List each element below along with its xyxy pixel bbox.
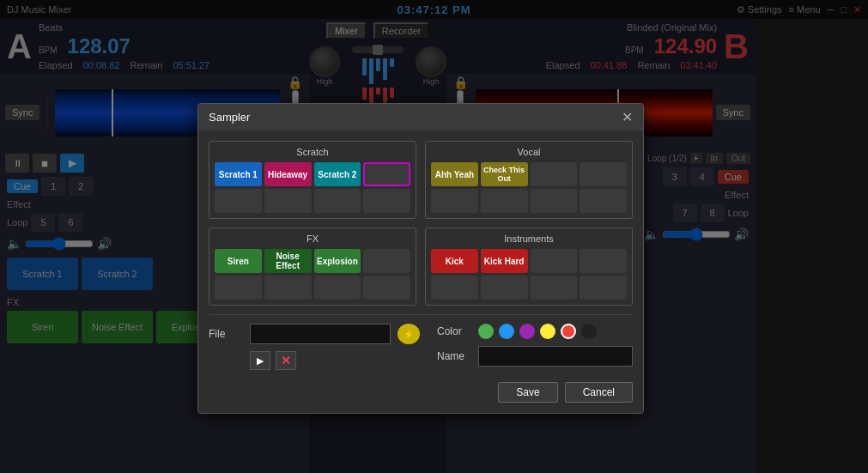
inst8-sample-pad[interactable] [580,276,627,300]
inst4-sample-pad[interactable] [580,249,627,273]
sampler-top-grid: Scratch Scratch 1 Hideaway Scratch 2 Vo [209,141,633,219]
siren-sample-pad[interactable]: Siren [215,249,262,273]
inst6-sample-pad[interactable] [481,276,528,300]
cancel-button[interactable]: Cancel [565,382,633,403]
scratch-pad-grid: Scratch 1 Hideaway Scratch 2 [215,162,410,213]
color-row: Color [437,324,633,339]
vocal3-pad[interactable] [531,162,578,186]
scratch8-pad[interactable] [363,189,410,213]
fx8-sample-pad[interactable] [363,276,410,300]
color-black[interactable] [581,324,597,339]
file-input[interactable] [250,324,391,344]
file-area: File ⚡ ▶ ✕ [209,324,420,373]
color-purple[interactable] [519,324,535,339]
fx-section-dialog: FX Siren Noise Effect Explosion [209,227,416,306]
color-green[interactable] [478,324,494,339]
instruments-section-dialog: Instruments Kick Kick Hard [425,227,633,306]
dialog-body: Scratch Scratch 1 Hideaway Scratch 2 Vo [198,130,643,413]
vocal5-pad[interactable] [431,189,478,213]
scratch5-pad[interactable] [215,189,262,213]
controls-row: File ⚡ ▶ ✕ Color [209,324,633,373]
file-row: File ⚡ [209,324,420,344]
dialog-actions: Save Cancel [209,382,633,403]
vocal4-pad[interactable] [580,162,627,186]
dialog-close-button[interactable]: ✕ [622,109,633,125]
vocal6-pad[interactable] [481,189,528,213]
color-name-area: Color Name [437,324,633,373]
dialog-title: Sampler [209,111,250,124]
sampler-bottom-grid: FX Siren Noise Effect Explosion Instrum [209,227,633,306]
ahh-yeah-pad[interactable]: Ahh Yeah [431,162,478,186]
vocal-section: Vocal Ahh Yeah Check This Out [425,141,633,219]
save-button[interactable]: Save [498,382,557,403]
name-row: Name [437,346,633,367]
scratch-section-title: Scratch [215,147,410,157]
explosion-sample-pad[interactable]: Explosion [314,249,361,273]
name-input[interactable] [478,346,633,367]
playback-buttons: ▶ ✕ [209,351,420,370]
kick-hard-sample-pad[interactable]: Kick Hard [481,249,528,273]
color-blue[interactable] [499,324,514,339]
hideaway-sample-pad[interactable]: Hideaway [264,162,312,186]
file-label: File [209,328,243,340]
vocal7-pad[interactable] [531,189,578,213]
color-swatches [478,324,597,339]
scratch2-sample-pad[interactable]: Scratch 2 [314,162,361,186]
inst5-sample-pad[interactable] [431,276,478,300]
scratch-empty-pad[interactable] [363,162,410,186]
sampler-overlay: Sampler ✕ Scratch Scratch 1 Hideaway Scr… [0,0,868,473]
delete-button[interactable]: ✕ [276,351,296,370]
color-red[interactable] [561,324,576,339]
name-label: Name [437,350,471,362]
vocal-pad-grid: Ahh Yeah Check This Out [431,162,627,213]
scratch1-sample-pad[interactable]: Scratch 1 [215,162,262,186]
inst3-sample-pad[interactable] [531,249,578,273]
kick-sample-pad[interactable]: Kick [431,249,478,273]
instruments-section-title: Instruments [431,233,627,244]
scratch7-pad[interactable] [314,189,361,213]
fx-pad-grid: Siren Noise Effect Explosion [215,249,410,300]
fx5-sample-pad[interactable] [215,276,262,300]
scratch6-pad[interactable] [264,189,312,213]
sampler-dialog: Sampler ✕ Scratch Scratch 1 Hideaway Scr… [197,103,644,414]
color-yellow[interactable] [540,324,555,339]
fx7-sample-pad[interactable] [314,276,361,300]
inst7-sample-pad[interactable] [531,276,578,300]
fx-section-title: FX [215,233,410,244]
fx6-sample-pad[interactable] [264,276,312,300]
dialog-titlebar: Sampler ✕ [198,104,643,130]
vocal-section-title: Vocal [431,147,627,157]
check-this-pad[interactable]: Check This Out [481,162,528,186]
fx4-sample-pad[interactable] [363,249,410,273]
browse-button[interactable]: ⚡ [398,324,420,344]
noise-sample-pad[interactable]: Noise Effect [264,249,312,273]
instruments-pad-grid: Kick Kick Hard [431,249,627,300]
vocal8-pad[interactable] [580,189,627,213]
preview-play-button[interactable]: ▶ [250,351,270,370]
sampler-controls: File ⚡ ▶ ✕ Color [209,314,633,403]
scratch-section: Scratch Scratch 1 Hideaway Scratch 2 [209,141,416,219]
color-label: Color [437,325,471,337]
